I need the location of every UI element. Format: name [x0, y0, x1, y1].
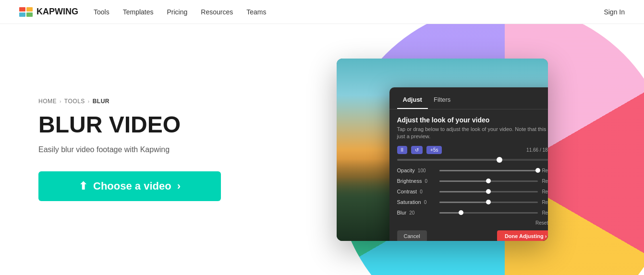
slider-label-contrast: Contrast 0	[397, 189, 436, 194]
cancel-button[interactable]: Cancel	[397, 230, 427, 240]
logo-text: KAPWING	[36, 7, 78, 17]
nav-tools[interactable]: Tools	[94, 8, 109, 16]
slider-track-contrast[interactable]	[439, 191, 538, 192]
hero-right: Adjust Filters Adjust the look of your v…	[279, 30, 606, 270]
breadcrumb-current: BLUR	[93, 98, 109, 105]
video-preview-card: Adjust Filters Adjust the look of your v…	[337, 59, 548, 241]
slider-row-saturation: Saturation 0 Reset	[397, 199, 548, 205]
hero-left: HOME › TOOLS › BLUR BLUR VIDEO Easily bl…	[38, 98, 279, 201]
adjust-panel: Adjust Filters Adjust the look of your v…	[389, 87, 548, 241]
slider-label-opacity: Opacity 100	[397, 167, 436, 173]
slider-fill-brightness	[439, 180, 489, 182]
sign-in-button[interactable]: Sign In	[604, 8, 625, 16]
reset-saturation[interactable]: Reset	[542, 200, 547, 205]
slider-row-opacity: Opacity 100 Reset	[397, 167, 548, 173]
slider-thumb-brightness	[486, 179, 491, 183]
page-title: BLUR VIDEO	[38, 112, 279, 138]
slider-track-opacity[interactable]	[439, 170, 538, 171]
choose-video-button[interactable]: ⬆ Choose a video ›	[38, 171, 221, 201]
slider-row-contrast: Contrast 0 Reset	[397, 189, 548, 194]
slider-thumb-blur	[459, 210, 463, 215]
header-left: KAPWING Tools Templates Pricing Resource…	[19, 7, 266, 17]
nav-templates[interactable]: Templates	[123, 8, 154, 16]
progress-fill	[397, 159, 499, 161]
reset-blur[interactable]: Reset	[542, 210, 547, 215]
progress-thumb	[497, 157, 502, 163]
slider-label-blur: Blur 20	[397, 210, 436, 215]
slider-thumb-contrast	[486, 189, 491, 194]
reset-opacity[interactable]: Reset	[542, 168, 547, 173]
hero-subtitle: Easily blur video footage with Kapwing	[38, 145, 279, 154]
breadcrumb-sep1: ›	[60, 99, 61, 104]
logo[interactable]: KAPWING	[19, 7, 78, 17]
slider-row-blur: Blur 20 Reset	[397, 210, 548, 215]
nav-teams[interactable]: Teams	[246, 8, 266, 16]
reset-contrast[interactable]: Reset	[542, 189, 547, 194]
slider-fill-saturation	[439, 202, 489, 203]
slider-fill-contrast	[439, 191, 489, 192]
reset-all-button[interactable]: Reset All	[397, 220, 548, 226]
cta-label: Choose a video	[93, 180, 171, 192]
breadcrumb-tools[interactable]: TOOLS	[64, 98, 85, 105]
slider-label-saturation: Saturation 0	[397, 199, 436, 205]
panel-body: Adjust the look of your video Tap or dra…	[389, 109, 548, 241]
nav-resources[interactable]: Resources	[201, 8, 233, 16]
breadcrumb: HOME › TOOLS › BLUR	[38, 98, 279, 105]
slider-track-blur[interactable]	[439, 212, 538, 214]
slider-label-brightness: Brightness 0	[397, 178, 436, 184]
cta-arrow: ›	[177, 180, 181, 192]
panel-desc: Tap or drag below to adjust the look of …	[397, 126, 548, 141]
upload-icon: ⬆	[79, 180, 87, 192]
back-button[interactable]: ↺	[411, 146, 423, 154]
logo-icon	[19, 7, 33, 17]
panel-actions: Cancel Done Adjusting ›	[397, 230, 548, 240]
slider-track-saturation[interactable]	[439, 202, 538, 203]
breadcrumb-sep2: ›	[88, 99, 90, 104]
progress-bar[interactable]	[397, 159, 548, 161]
tab-adjust[interactable]: Adjust	[397, 93, 428, 109]
breadcrumb-home[interactable]: HOME	[38, 98, 57, 105]
panel-title: Adjust the look of your video	[397, 116, 548, 124]
header: KAPWING Tools Templates Pricing Resource…	[0, 0, 644, 24]
reset-brightness[interactable]: Reset	[542, 179, 547, 184]
slider-row-brightness: Brightness 0 Reset	[397, 178, 548, 184]
main-content: HOME › TOOLS › BLUR BLUR VIDEO Easily bl…	[0, 24, 644, 275]
skip-button[interactable]: +5s	[426, 146, 442, 154]
time-display: 11.66 / 18.67	[526, 147, 547, 153]
slider-thumb-opacity	[535, 168, 540, 173]
slider-track-brightness[interactable]	[439, 180, 538, 182]
slider-thumb-saturation	[486, 200, 491, 204]
nav-pricing[interactable]: Pricing	[167, 8, 188, 16]
done-adjusting-button[interactable]: Done Adjusting ›	[497, 230, 548, 240]
play-button[interactable]: II	[397, 146, 408, 154]
slider-fill-opacity	[439, 170, 538, 171]
panel-tabs: Adjust Filters	[389, 87, 548, 109]
main-nav: Tools Templates Pricing Resources Teams	[94, 8, 266, 16]
video-controls: II ↺ +5s 11.66 / 18.67	[397, 146, 548, 154]
slider-fill-blur	[439, 212, 461, 214]
tab-filters[interactable]: Filters	[428, 93, 456, 109]
